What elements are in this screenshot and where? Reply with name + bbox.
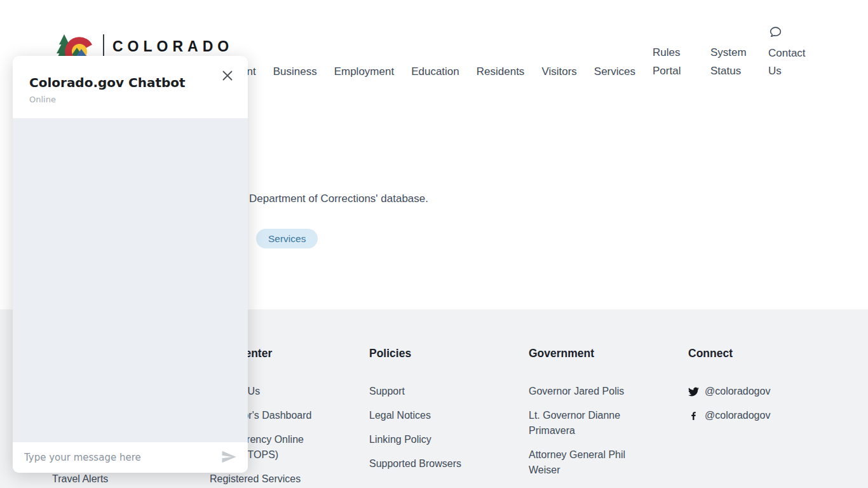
- footer-link-facebook[interactable]: @coloradogov: [688, 408, 801, 423]
- chat-message-input[interactable]: [24, 452, 217, 463]
- footer-link-attorney-general[interactable]: Attorney General Phil Weiser: [529, 447, 642, 478]
- primary-nav: Government Business Employment Education…: [196, 28, 813, 80]
- nav-item-contact-us[interactable]: Contact Us: [768, 25, 813, 80]
- footer-link-support[interactable]: Support: [369, 384, 482, 399]
- facebook-icon: [688, 410, 699, 421]
- close-icon[interactable]: [219, 68, 236, 85]
- footer-col-connect: Connect @coloradogov @coloradogov: [688, 348, 801, 432]
- twitter-icon: [688, 386, 699, 397]
- footer-col-government: Government Governor Jared Polis Lt. Gove…: [529, 348, 642, 487]
- nav-item-residents[interactable]: Residents: [477, 66, 525, 77]
- nav-item-services[interactable]: Services: [594, 66, 635, 77]
- page: COLORADO Government Business Employment …: [0, 0, 868, 488]
- chat-bubble-icon: [769, 25, 782, 39]
- footer-link-legal-notices[interactable]: Legal Notices: [369, 408, 482, 423]
- chatbot-message-area[interactable]: [13, 118, 248, 442]
- footer-link-twitter[interactable]: @coloradogov: [688, 384, 801, 399]
- footer-link-travel-alerts[interactable]: Travel Alerts: [52, 471, 108, 487]
- service-description: Department of Corrections' database.: [249, 193, 428, 205]
- footer-heading-policies: Policies: [369, 348, 482, 359]
- footer-heading-government: Government: [529, 348, 642, 359]
- nav-item-business[interactable]: Business: [273, 66, 317, 77]
- footer-link-lt-governor[interactable]: Lt. Governor Dianne Primavera: [529, 408, 642, 438]
- footer-col-policies: Policies Support Legal Notices Linking P…: [369, 348, 482, 480]
- nav-item-education[interactable]: Education: [411, 66, 459, 77]
- nav-item-visitors[interactable]: Visitors: [541, 66, 576, 77]
- chatbot-title: Colorado.gov Chatbot: [29, 75, 231, 90]
- nav-item-system-status[interactable]: System Status: [710, 43, 751, 80]
- footer-heading-connect: Connect: [688, 348, 801, 359]
- nav-item-employment[interactable]: Employment: [334, 66, 394, 77]
- footer-link-governor[interactable]: Governor Jared Polis: [529, 384, 642, 399]
- footer-facebook-handle: @coloradogov: [705, 408, 770, 423]
- nav-contact-label: Contact Us: [768, 44, 813, 80]
- footer-link-linking-policy[interactable]: Linking Policy: [369, 432, 482, 447]
- chatbot-header: Colorado.gov Chatbot Online: [13, 56, 248, 118]
- services-tag[interactable]: Services: [256, 229, 318, 248]
- nav-item-rules-portal[interactable]: Rules Portal: [653, 43, 693, 80]
- footer-link-supported-browsers[interactable]: Supported Browsers: [369, 456, 482, 471]
- send-icon[interactable]: [217, 448, 240, 468]
- chatbot-status: Online: [29, 95, 231, 104]
- footer-twitter-handle: @coloradogov: [705, 384, 770, 399]
- chatbot-panel: Colorado.gov Chatbot Online: [13, 56, 248, 473]
- footer-link-registered-services[interactable]: Registered Services: [210, 471, 323, 487]
- chatbot-input-bar: [13, 442, 248, 473]
